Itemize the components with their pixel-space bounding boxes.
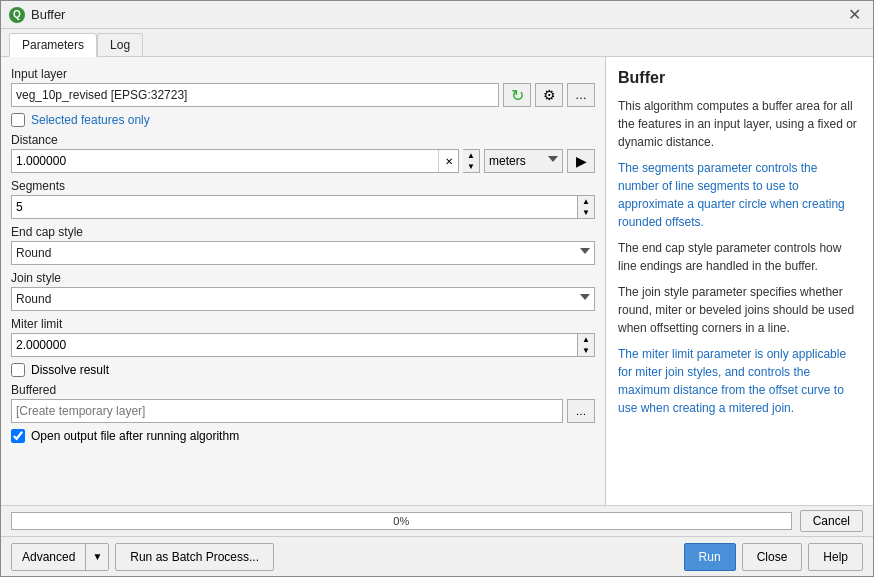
join-style-section: Join style Round Miter Bevel — [11, 271, 595, 311]
dissolve-result-row: Dissolve result — [11, 363, 595, 377]
dissolve-result-checkbox[interactable] — [11, 363, 25, 377]
miter-limit-decrement-button[interactable]: ▼ — [578, 345, 594, 356]
segments-input[interactable] — [12, 196, 577, 218]
help-title: Buffer — [618, 69, 861, 87]
main-content: Input layer ↻ ⚙ … Selected features only… — [1, 57, 873, 505]
miter-limit-spinbox: ▲ ▼ — [11, 333, 595, 357]
miter-limit-section: Miter limit ▲ ▼ — [11, 317, 595, 357]
bottom-bar: Advanced ▼ Run as Batch Process... Run C… — [1, 536, 873, 576]
input-layer-label: Input layer — [11, 67, 595, 81]
help-para-4: The join style parameter specifies wheth… — [618, 283, 861, 337]
advanced-dropdown-button[interactable]: ▼ — [86, 544, 108, 570]
help-para-3: The end cap style parameter controls how… — [618, 239, 861, 275]
segments-section: Segments ▲ ▼ — [11, 179, 595, 219]
selected-features-row: Selected features only — [11, 113, 595, 127]
distance-input-wrap: ✕ — [11, 149, 459, 173]
open-output-label: Open output file after running algorithm — [31, 429, 239, 443]
help-para-1: This algorithm computes a buffer area fo… — [618, 97, 861, 151]
refresh-layer-button[interactable]: ↻ — [503, 83, 531, 107]
more-layer-button[interactable]: … — [567, 83, 595, 107]
buffer-dialog: Q Buffer ✕ Parameters Log Input layer ↻ … — [0, 0, 874, 577]
miter-limit-label: Miter limit — [11, 317, 595, 331]
title-bar: Q Buffer ✕ — [1, 1, 873, 29]
join-style-select[interactable]: Round Miter Bevel — [11, 287, 595, 311]
segments-decrement-button[interactable]: ▼ — [578, 207, 594, 218]
buffered-section: Buffered … — [11, 383, 595, 423]
input-layer-row: ↻ ⚙ … — [11, 83, 595, 107]
segments-spin-buttons: ▲ ▼ — [577, 196, 594, 218]
advanced-button[interactable]: Advanced — [12, 544, 86, 570]
window-title: Buffer — [31, 7, 65, 22]
buffered-label: Buffered — [11, 383, 595, 397]
segments-spinbox: ▲ ▼ — [11, 195, 595, 219]
bottom-left-buttons: Advanced ▼ Run as Batch Process... — [11, 543, 274, 571]
miter-limit-increment-button[interactable]: ▲ — [578, 334, 594, 345]
cancel-button[interactable]: Cancel — [800, 510, 863, 532]
selected-features-label[interactable]: Selected features only — [31, 113, 150, 127]
end-cap-label: End cap style — [11, 225, 595, 239]
dissolve-result-label: Dissolve result — [31, 363, 109, 377]
run-button[interactable]: Run — [684, 543, 736, 571]
distance-decrement-button[interactable]: ▼ — [463, 161, 479, 172]
open-output-checkbox[interactable] — [11, 429, 25, 443]
distance-spin-buttons: ▲ ▼ — [463, 149, 480, 173]
distance-data-button[interactable]: ▶ — [567, 149, 595, 173]
distance-section: Distance ✕ ▲ ▼ meters kilometers feet y — [11, 133, 595, 173]
buffered-row: … — [11, 399, 595, 423]
segments-label: Segments — [11, 179, 595, 193]
progress-label: 0% — [393, 515, 409, 527]
run-as-batch-button[interactable]: Run as Batch Process... — [115, 543, 274, 571]
buffered-browse-button[interactable]: … — [567, 399, 595, 423]
help-panel: Buffer This algorithm computes a buffer … — [606, 57, 873, 505]
join-style-label: Join style — [11, 271, 595, 285]
help-para-5: The miter limit parameter is only applic… — [618, 345, 861, 417]
input-layer-field[interactable] — [11, 83, 499, 107]
app-icon: Q — [9, 7, 25, 23]
progress-area: 0% Cancel — [1, 505, 873, 536]
tab-log[interactable]: Log — [97, 33, 143, 56]
close-button[interactable]: Close — [742, 543, 803, 571]
distance-row: ✕ ▲ ▼ meters kilometers feet yards miles… — [11, 149, 595, 173]
end-cap-style-select[interactable]: Round Flat Square — [11, 241, 595, 265]
tab-bar: Parameters Log — [1, 29, 873, 57]
open-output-row: Open output file after running algorithm — [11, 429, 595, 443]
advanced-split-button: Advanced ▼ — [11, 543, 109, 571]
distance-input[interactable] — [12, 152, 438, 170]
buffered-input[interactable] — [11, 399, 563, 423]
end-cap-section: End cap style Round Flat Square — [11, 225, 595, 265]
segments-increment-button[interactable]: ▲ — [578, 196, 594, 207]
tab-parameters[interactable]: Parameters — [9, 33, 97, 57]
input-layer-section: Input layer ↻ ⚙ … — [11, 67, 595, 107]
help-button[interactable]: Help — [808, 543, 863, 571]
miter-limit-input[interactable] — [12, 334, 577, 356]
settings-layer-button[interactable]: ⚙ — [535, 83, 563, 107]
distance-units-select[interactable]: meters kilometers feet yards miles degre… — [484, 149, 563, 173]
bottom-right-buttons: Run Close Help — [684, 543, 863, 571]
distance-increment-button[interactable]: ▲ — [463, 150, 479, 161]
distance-clear-button[interactable]: ✕ — [438, 150, 458, 172]
distance-label: Distance — [11, 133, 595, 147]
miter-limit-spin-buttons: ▲ ▼ — [577, 334, 594, 356]
selected-features-checkbox[interactable] — [11, 113, 25, 127]
help-para-2: The segments parameter controls the numb… — [618, 159, 861, 231]
progress-bar: 0% — [11, 512, 792, 530]
parameters-panel: Input layer ↻ ⚙ … Selected features only… — [1, 57, 606, 505]
close-window-button[interactable]: ✕ — [844, 5, 865, 25]
